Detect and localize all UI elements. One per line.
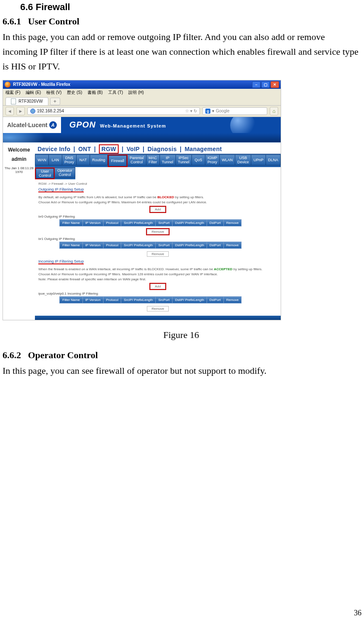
in-table-1: Filter NameIP VersionProtocolSrcIP/ Pref… xyxy=(59,296,242,303)
table-header: Remove xyxy=(223,242,242,248)
maximize-button[interactable]: ▢ xyxy=(261,81,270,88)
tab-management[interactable]: Management xyxy=(185,146,222,152)
table-header: Remove xyxy=(223,296,242,303)
decorative-band xyxy=(3,133,281,142)
nav-btn-dns-proxy[interactable]: DNSProxy xyxy=(62,154,77,165)
gpon-title: GPON Web-Management System xyxy=(69,120,166,130)
google-icon: g xyxy=(205,109,210,114)
firefox-tabrow: RTF3026VW + xyxy=(3,96,281,106)
timestamp-label: Thu Jan 1 08:11:28 1970 xyxy=(3,166,35,174)
remove-button-out2[interactable]: Remove xyxy=(147,251,169,257)
close-button[interactable]: ✕ xyxy=(271,81,279,88)
table-header: SrcPort xyxy=(156,219,173,226)
nav-btn-igmp-proxy[interactable]: IGMPProxy xyxy=(205,154,220,165)
globe-icon xyxy=(30,109,35,114)
table-header: IP Version xyxy=(82,219,103,226)
menu-edit[interactable]: 編輯 (E) xyxy=(26,90,41,95)
menu-help[interactable]: 說明 (H) xyxy=(128,90,144,95)
new-tab-button[interactable]: + xyxy=(50,98,60,105)
subsection-title-2: Operator Control xyxy=(28,350,98,360)
gpon-header: Alcatel·Lucent A GPON Web-Management Sys… xyxy=(3,117,281,133)
menu-file[interactable]: 檔案 (F) xyxy=(5,90,21,95)
nav-btn-nat[interactable]: NAT xyxy=(77,154,90,165)
url-actions: ☆ ▾ ↻ xyxy=(185,109,197,113)
firefox-icon xyxy=(5,82,11,88)
table-header: Filter Name xyxy=(60,219,82,226)
tab-voip[interactable]: VoIP xyxy=(127,146,140,152)
brand-ball-icon: A xyxy=(49,121,57,129)
nav-btn-wlan[interactable]: WLAN xyxy=(220,154,235,165)
out-table2-caption: br1 Outgoing IP Filtering xyxy=(38,237,277,241)
tab-ont[interactable]: ONT xyxy=(78,146,91,152)
home-button[interactable]: ⌂ xyxy=(270,107,278,115)
table-header: SrcIP/ PrefixLength xyxy=(121,219,156,226)
incoming-desc-2: Choose Add or Remove to configure incomi… xyxy=(38,272,277,276)
nav-btn-lan[interactable]: LAN xyxy=(49,154,62,165)
nav-btn-firewall[interactable]: Firewall xyxy=(109,155,127,166)
tab-device-info[interactable]: Device Info xyxy=(37,146,70,152)
nav-btn-wan[interactable]: WAN xyxy=(35,154,49,165)
back-button[interactable]: ◄ xyxy=(5,107,14,115)
nav-btn-operator-control[interactable]: OperatorControl xyxy=(55,168,75,178)
url-bar[interactable]: 192.168.2.254 ☆ ▾ ↻ xyxy=(27,107,200,115)
main-tabs: Device Info | ONT | RGW | VoIP | Diagnos… xyxy=(35,143,281,154)
add-button-outgoing[interactable]: Add xyxy=(150,207,165,212)
browser-tab[interactable]: RTF3026VW xyxy=(5,97,48,105)
incoming-desc-1: When the firewall is enabled on a WAN in… xyxy=(38,267,277,271)
table-header: Remove xyxy=(223,219,242,226)
figure-caption: Figure 16 xyxy=(3,330,360,341)
nav-btn-routing[interactable]: Routing xyxy=(90,154,108,165)
table-header: Protocol xyxy=(103,242,121,248)
bottom-bar xyxy=(35,316,281,320)
brand-text: Alcatel·Lucent xyxy=(7,122,48,128)
nav-btn-usb-device[interactable]: USBDevice xyxy=(235,154,252,165)
remove-button-out1[interactable]: Remove xyxy=(147,229,169,234)
nav-btn-ipsec-tunnel[interactable]: IPSecTunnel xyxy=(176,154,192,165)
remove-button-in1[interactable]: Remove xyxy=(147,306,169,311)
nav-btn-qos[interactable]: QoS xyxy=(192,154,205,165)
outgoing-desc-2: Choose Add or Remove to configure outgoi… xyxy=(38,200,277,204)
gpon-sub: Web-Management System xyxy=(100,123,166,128)
minimize-button[interactable]: – xyxy=(252,81,260,88)
add-button-incoming[interactable]: Add xyxy=(150,284,165,289)
gpon-big: GPON xyxy=(69,120,96,130)
firefox-menubar: 檔案 (F) 編輯 (E) 檢視 (V) 歷史 (S) 書籤 (B) 工具 (T… xyxy=(3,89,281,96)
paragraph-2: In this page, you can see firewall of op… xyxy=(3,363,360,378)
incoming-desc-3: Note: Please enable firewall of specific… xyxy=(38,277,277,281)
menu-tools[interactable]: 工具 (T) xyxy=(108,90,123,95)
blocked-word: BLOCKED xyxy=(157,195,174,199)
out-table1-caption: br0 Outgoing IP Filtering xyxy=(38,215,277,218)
tab-diagnosis[interactable]: Diagnosis xyxy=(147,146,177,152)
reload-icon[interactable]: ↻ xyxy=(194,109,197,113)
paragraph-1: In this page, you can add or remove outg… xyxy=(3,29,360,74)
table-header: Protocol xyxy=(103,296,121,303)
tab-rgw[interactable]: RGW xyxy=(101,146,116,152)
subsection-num: 6.6.1 xyxy=(3,16,21,27)
search-placeholder: Google xyxy=(216,109,229,113)
nav-btn-mac-filter[interactable]: MACFilter xyxy=(146,154,160,165)
menu-bookmarks[interactable]: 書籤 (B) xyxy=(88,90,103,95)
section-heading: 6.6 Firewall xyxy=(20,2,360,13)
tab-label: RTF3026VW xyxy=(19,99,43,104)
nav-btn-upnp[interactable]: UPnP xyxy=(251,154,266,165)
menu-view[interactable]: 檢視 (V) xyxy=(46,90,61,95)
nav-btn-parental-control[interactable]: ParentalControl xyxy=(128,154,146,165)
star-icon[interactable]: ☆ xyxy=(185,109,189,113)
table-header: DstPort xyxy=(207,242,223,248)
page-number: 36 xyxy=(354,609,361,617)
nav-btn-user-control[interactable]: UserControl xyxy=(36,168,54,178)
screenshot-frame: RTF3026VW - Mozilla Firefox – ▢ ✕ 檔案 (F)… xyxy=(3,80,281,320)
search-bar[interactable]: g ▾ Google xyxy=(202,107,267,115)
outgoing-section-title: Outgoing IP Filtering Setup xyxy=(38,187,84,192)
table-header: Protocol xyxy=(103,219,121,226)
out-table-1: Filter NameIP VersionProtocolSrcIP/ Pref… xyxy=(59,219,242,226)
subsection-num-2: 6.6.2 xyxy=(3,350,21,360)
menu-history[interactable]: 歷史 (S) xyxy=(67,90,82,95)
table-header: DstIP/ PrefixLength xyxy=(172,242,207,248)
nav-btn-dlna[interactable]: DLNA xyxy=(266,154,281,165)
table-header: DstIP/ PrefixLength xyxy=(172,296,207,303)
table-header: DstIP/ PrefixLength xyxy=(172,219,207,226)
forward-button[interactable]: ► xyxy=(16,107,25,115)
nav-btn-ip-tunnel[interactable]: IPTunnel xyxy=(160,154,176,165)
welcome-label: Welcome xyxy=(3,147,35,153)
